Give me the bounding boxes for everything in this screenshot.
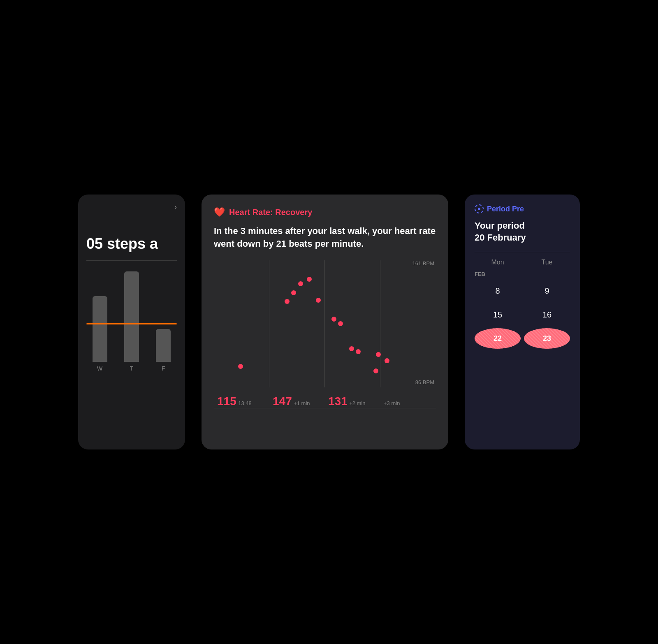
cal-cell-22[interactable]: 22 xyxy=(475,328,521,349)
steps-chart: W T F xyxy=(86,269,177,384)
bar-f: F xyxy=(150,269,177,372)
calendar-header: Mon Tue xyxy=(475,259,570,266)
dot-2a xyxy=(285,299,290,304)
col2-footer: 147 +1 min xyxy=(269,395,325,408)
dot-3b xyxy=(338,321,343,326)
steps-title: 05 steps a xyxy=(86,236,177,252)
bar-t: T xyxy=(118,269,145,372)
col2-bpm: 147 xyxy=(273,395,292,408)
steps-card: › 05 steps a W T F xyxy=(78,195,185,449)
heart-icon: ❤️ xyxy=(214,207,225,218)
bar-label-t: T xyxy=(130,365,134,372)
col2-time: +1 min xyxy=(294,400,310,406)
day-header-tue: Tue xyxy=(524,259,570,266)
col3-bpm: 131 xyxy=(328,395,348,408)
chart-col-2 xyxy=(269,260,325,387)
dot-3a xyxy=(331,317,336,322)
cal-cell-23[interactable]: 23 xyxy=(524,328,570,349)
col1-bpm: 115 xyxy=(217,395,236,408)
heart-rate-card: ❤️ Heart Rate: Recovery In the 3 minutes… xyxy=(202,195,448,449)
bar-label-f: F xyxy=(162,365,165,372)
col3-footer: 131 +2 min xyxy=(325,395,380,408)
dot-1 xyxy=(238,364,243,369)
col1-time: 13:48 xyxy=(238,400,252,406)
steps-divider xyxy=(86,260,177,261)
chevron-right-icon[interactable]: › xyxy=(174,203,177,211)
heart-title: Heart Rate: Recovery xyxy=(229,208,312,217)
cards-container: › 05 steps a W T F ❤️ Heart Rate: Recove… xyxy=(0,195,658,449)
period-subtitle: Your period20 February xyxy=(475,220,570,243)
heart-description: In the 3 minutes after your last walk, y… xyxy=(214,225,436,250)
period-divider xyxy=(475,252,570,252)
period-title: Period Pre xyxy=(487,205,524,213)
col4-footer: +3 min xyxy=(380,395,436,408)
day-header-mon: Mon xyxy=(475,259,521,266)
scatter-chart: 161 BPM 86 BPM 115 xyxy=(214,260,436,408)
bpm-top-label: 161 BPM xyxy=(412,260,434,266)
cal-cell-15: 15 xyxy=(475,304,521,325)
bar-label-w: W xyxy=(97,365,102,372)
chart-col-3 xyxy=(325,260,380,387)
dot-3d xyxy=(356,349,361,354)
month-label: FEB xyxy=(475,271,570,277)
cal-cell-8: 8 xyxy=(475,280,521,301)
period-card: Period Pre Your period20 February Mon Tu… xyxy=(465,195,580,449)
bar-thursday xyxy=(124,271,139,362)
bar-friday xyxy=(156,329,171,362)
dot-2e xyxy=(316,298,321,303)
period-prediction-icon xyxy=(475,204,484,213)
dot-4a xyxy=(376,352,381,357)
average-line xyxy=(86,323,177,324)
dot-2b xyxy=(291,290,296,295)
period-icon-inner xyxy=(478,208,480,210)
col1-footer: 115 13:48 xyxy=(214,395,269,408)
col3-time: +2 min xyxy=(349,400,365,406)
dot-4c xyxy=(373,368,378,373)
cal-cell-16: 16 xyxy=(524,304,570,325)
dot-3c xyxy=(349,346,354,351)
bpm-bottom-label: 86 BPM xyxy=(415,379,434,385)
dot-2c xyxy=(298,281,303,286)
col4-time: +3 min xyxy=(384,400,400,406)
heart-header: ❤️ Heart Rate: Recovery xyxy=(214,207,436,218)
dot-4b xyxy=(385,358,389,363)
period-header: Period Pre xyxy=(475,204,570,213)
calendar-grid: 8 9 15 16 22 23 xyxy=(475,280,570,349)
bar-wednesday xyxy=(93,296,107,362)
cal-cell-9: 9 xyxy=(524,280,570,301)
bar-w: W xyxy=(86,269,113,372)
dot-2d xyxy=(307,277,312,282)
